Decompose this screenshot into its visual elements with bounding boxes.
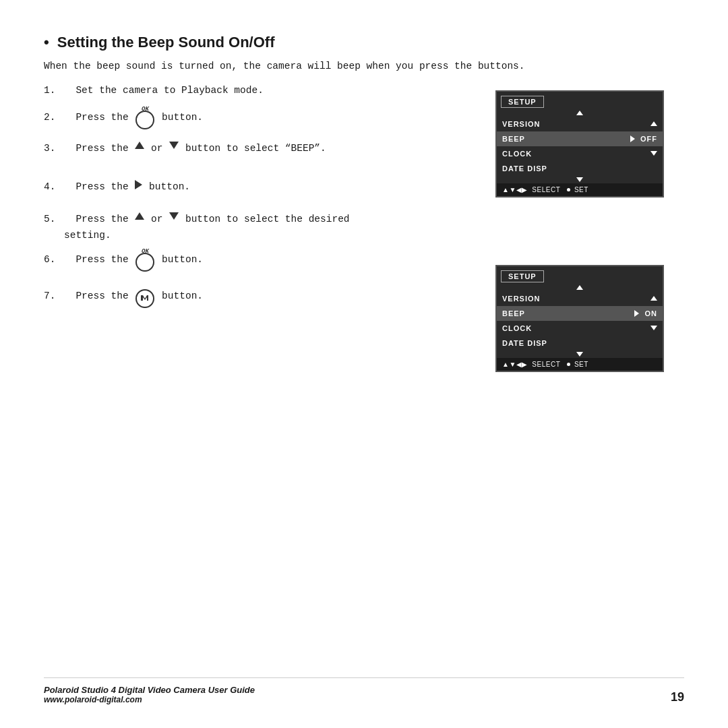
- screen2-footer: ▲▼◀▶ SELECT SET: [497, 358, 663, 371]
- screen2-clock-arrow: [650, 326, 657, 330]
- step-2-text-before: Press the: [64, 111, 134, 125]
- screen2-beep-value: ON: [642, 309, 657, 317]
- screen2-footer-set: SET: [572, 361, 588, 368]
- screen2-setup-tab: SETUP: [501, 270, 544, 282]
- step-2: 2. Press the OK button.: [44, 111, 482, 129]
- page: • Setting the Beep Sound On/Off When the…: [0, 0, 728, 728]
- screen1-clock-arrow: [650, 151, 657, 156]
- step-5-or: or: [145, 212, 169, 227]
- svg-marker-1: [142, 295, 148, 301]
- step-6-text-after: button.: [156, 253, 203, 268]
- page-footer: Polaroid Studio 4 Digital Video Camera U…: [44, 677, 684, 704]
- step-3-num: 3.: [44, 142, 64, 156]
- step-4: 4. Press the button.: [44, 180, 482, 195]
- screen2-arrow-down-bottom: [497, 351, 663, 358]
- step-7: 7. Press the button.: [44, 289, 482, 308]
- screen2-datedisp-label: DATE DISP: [502, 339, 657, 347]
- screen2-version-label: VERSION: [502, 295, 650, 303]
- screen2-beep-row: BEEP ON: [497, 306, 663, 321]
- screen1-beep-row: BEEP OFF: [497, 131, 663, 146]
- arrow-right-icon: [135, 180, 142, 189]
- arrow-down-icon: [169, 142, 179, 149]
- screen1-beep-arrow-right: [630, 135, 635, 142]
- screen1-version-label: VERSION: [502, 120, 650, 128]
- step-3-or: or: [145, 142, 169, 156]
- ok-label-2: OK: [142, 247, 149, 257]
- arrow-down-icon-2: [169, 212, 179, 220]
- screen2-arrow-up-top: [497, 284, 663, 291]
- screen1-beep-value: OFF: [638, 135, 657, 143]
- screen2-mini-arrow-down: [576, 352, 583, 357]
- screen2-beep-label: BEEP: [502, 309, 634, 317]
- screen2-footer-text: ▲▼◀▶ SELECT: [502, 361, 565, 368]
- screen1-version-arrow: [650, 121, 657, 126]
- section-title: • Setting the Beep Sound On/Off: [44, 34, 684, 51]
- screen1-datedisp-row: DATE DISP: [497, 161, 663, 176]
- step-4-text-before: Press the: [64, 180, 134, 195]
- screen2-mini-arrow-up: [576, 285, 583, 290]
- screen2-clock-label: CLOCK: [502, 324, 650, 332]
- arrow-up-icon-2: [135, 212, 144, 220]
- step-5-line2: setting.: [64, 230, 482, 241]
- content-area: 1. Set the camera to Playback mode. 2. P…: [44, 84, 684, 372]
- screen2-version-arrow: [650, 296, 657, 301]
- step-5-text-after: button to select the desired: [179, 212, 349, 227]
- screen2-footer-dot: [567, 363, 570, 366]
- screen1-footer: ▲▼◀▶ SELECT SET: [497, 183, 663, 196]
- intro-text: When the beep sound is turned on, the ca…: [44, 59, 684, 74]
- step-5-num: 5.: [44, 212, 64, 227]
- camera-screen-1: SETUP VERSION BEEP OFF CLOC: [495, 90, 664, 198]
- screen2-datedisp-row: DATE DISP: [497, 336, 663, 351]
- step-1-num: 1.: [44, 84, 64, 98]
- step-1: 1. Set the camera to Playback mode.: [44, 84, 482, 98]
- intro-content: When the beep sound is turned on, the ca…: [44, 61, 525, 71]
- step-7-num: 7.: [44, 289, 64, 304]
- screen1-clock-label: CLOCK: [502, 150, 650, 158]
- step-3-text-after: button to select “BEEP”.: [179, 142, 326, 156]
- step-4-text-after: button.: [143, 180, 190, 195]
- screen1-footer-text: ▲▼◀▶ SELECT: [502, 186, 565, 193]
- footer-brand: Polaroid Studio 4 Digital Video Camera U…: [44, 685, 255, 704]
- step-5: 5. Press the or button to select the des…: [44, 212, 482, 227]
- footer-url: www.polaroid-digital.com: [44, 695, 255, 704]
- step-3-text-before: Press the: [64, 142, 134, 156]
- step-4-num: 4.: [44, 180, 64, 195]
- step-5-text-before: Press the: [64, 212, 134, 227]
- screen1-footer-dot: [567, 188, 570, 191]
- ok-label: OK: [142, 105, 149, 115]
- step-6: 6. Press the OK button.: [44, 253, 482, 272]
- screen1-arrow-up-top: [497, 109, 663, 117]
- footer-title: Polaroid Studio 4 Digital Video Camera U…: [44, 685, 255, 695]
- step-6-num: 6.: [44, 253, 64, 268]
- footer-page-number: 19: [671, 690, 684, 704]
- ok-button-icon: OK: [135, 111, 154, 129]
- step-2-text-after: button.: [156, 111, 203, 125]
- screen2-clock-row: CLOCK: [497, 321, 663, 336]
- screen2-version-row: VERSION: [497, 291, 663, 306]
- step-7-text-after: button.: [156, 289, 203, 304]
- ok-button-icon-2: OK: [135, 253, 154, 272]
- step-2-num: 2.: [44, 111, 64, 125]
- screen1-version-row: VERSION: [497, 117, 663, 131]
- bullet: •: [44, 34, 49, 51]
- screen-spacer: [495, 211, 684, 251]
- step-6-text-before: Press the: [64, 253, 134, 268]
- step-7-text-before: Press the: [64, 289, 134, 304]
- screen1-setup-tab: SETUP: [501, 96, 544, 108]
- screen1-mini-arrow-down: [576, 177, 583, 182]
- screen1-beep-label: BEEP: [502, 135, 630, 143]
- steps-column: 1. Set the camera to Playback mode. 2. P…: [44, 84, 495, 372]
- screen1-mini-arrow-up: [576, 111, 583, 115]
- screen1-datedisp-label: DATE DISP: [502, 164, 657, 173]
- step-3: 3. Press the or button to select “BEEP”.: [44, 142, 482, 156]
- camera-screen-2: SETUP VERSION BEEP ON CLOCK: [495, 265, 664, 372]
- m-button-icon: [135, 289, 154, 308]
- screen2-beep-arrow-right: [634, 310, 639, 317]
- screens-column: SETUP VERSION BEEP OFF CLOC: [495, 84, 684, 372]
- screen1-clock-row: CLOCK: [497, 146, 663, 161]
- arrow-up-icon: [135, 142, 144, 149]
- screen1-arrow-down-bottom: [497, 176, 663, 183]
- step-1-text: Set the camera to Playback mode.: [64, 84, 264, 98]
- screen1-footer-set: SET: [572, 186, 588, 193]
- title-text: Setting the Beep Sound On/Off: [57, 34, 275, 51]
